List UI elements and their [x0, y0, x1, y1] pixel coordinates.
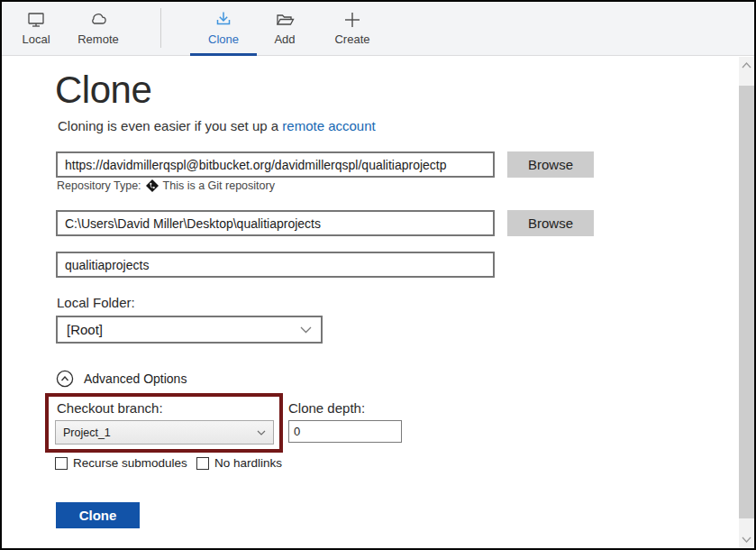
- active-tab-underline: [190, 53, 257, 56]
- repository-type-label: Repository Type:: [57, 179, 141, 192]
- page-title: Clone: [55, 69, 151, 112]
- recurse-submodules-option: Recurse submodules: [55, 456, 187, 470]
- tab-remote[interactable]: Remote: [72, 2, 124, 56]
- tab-local[interactable]: Local: [11, 2, 61, 56]
- repository-type-value: This is a Git repository: [163, 179, 275, 192]
- chevron-down-icon: [300, 326, 312, 334]
- subtitle-text: Cloning is even easier if you set up a: [58, 118, 282, 133]
- scrollbar-thumb[interactable]: [739, 86, 754, 518]
- download-icon: [214, 10, 233, 30]
- recurse-submodules-label: Recurse submodules: [73, 456, 187, 470]
- collapse-circle-icon: [56, 370, 74, 388]
- cloud-icon: [88, 10, 108, 30]
- recurse-submodules-checkbox[interactable]: [55, 457, 68, 470]
- clone-depth-input[interactable]: [288, 420, 402, 443]
- advanced-options-toggle[interactable]: Advanced Options: [56, 370, 187, 388]
- checkout-branch-label: Checkout branch:: [57, 400, 163, 416]
- clone-submit-button[interactable]: Clone: [56, 502, 140, 528]
- checkout-branch-dropdown[interactable]: Project_1: [55, 420, 274, 445]
- checkout-branch-value: Project_1: [63, 426, 111, 439]
- chevron-down-icon: [257, 430, 266, 435]
- destination-path-input[interactable]: [56, 210, 495, 236]
- repo-name-input[interactable]: [56, 252, 495, 278]
- tab-add[interactable]: Add: [260, 2, 310, 56]
- no-hardlinks-checkbox[interactable]: [196, 457, 209, 470]
- tab-clone[interactable]: Clone: [190, 2, 257, 56]
- plus-icon: [342, 10, 362, 30]
- clone-window: Local Remote Clone: [0, 0, 756, 550]
- tab-label: Remote: [77, 32, 119, 46]
- local-folder-label: Local Folder:: [57, 295, 135, 310]
- tab-label: Clone: [208, 32, 239, 46]
- no-hardlinks-option: No hardlinks: [196, 456, 282, 470]
- scroll-up-icon[interactable]: [739, 57, 754, 74]
- open-folder-icon: [275, 10, 295, 30]
- local-folder-value: [Root]: [67, 322, 103, 337]
- toolbar: Local Remote Clone: [2, 2, 754, 56]
- scroll-down-icon[interactable]: [739, 531, 754, 548]
- source-url-input[interactable]: [56, 151, 495, 178]
- tab-label: Create: [334, 32, 369, 46]
- toolbar-divider: [160, 8, 161, 48]
- browse-destination-button[interactable]: Browse: [507, 210, 594, 236]
- no-hardlinks-label: No hardlinks: [214, 456, 282, 470]
- git-repository-icon: [146, 179, 159, 192]
- clone-depth-label: Clone depth:: [288, 400, 365, 416]
- subtitle: Cloning is even easier if you set up a r…: [58, 118, 376, 133]
- tab-label: Local: [22, 32, 50, 46]
- browse-source-button[interactable]: Browse: [507, 151, 594, 178]
- monitor-icon: [26, 10, 46, 30]
- tab-label: Add: [274, 32, 295, 46]
- local-folder-dropdown[interactable]: [Root]: [56, 316, 323, 344]
- remote-account-link[interactable]: remote account: [282, 118, 375, 133]
- vertical-scrollbar[interactable]: [739, 57, 754, 548]
- repository-type-row: Repository Type: This is a Git repositor…: [57, 179, 275, 192]
- tab-create[interactable]: Create: [324, 2, 380, 56]
- advanced-options-label: Advanced Options: [84, 371, 187, 386]
